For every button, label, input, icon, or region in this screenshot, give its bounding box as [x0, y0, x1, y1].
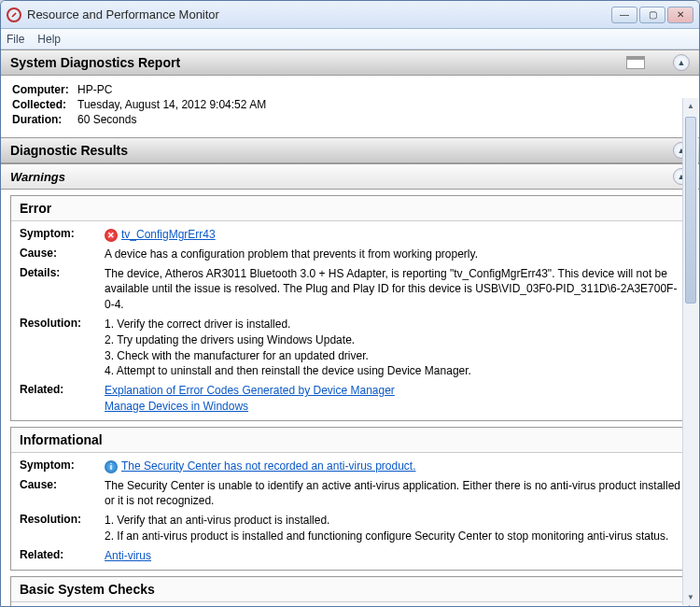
value-collected: Tuesday, August 14, 2012 9:04:52 AM	[77, 98, 688, 111]
label-related: Related:	[20, 383, 99, 396]
label-details: Details:	[20, 266, 99, 279]
basic-checks-panel: Basic System Checks Tests Result Descrip…	[10, 576, 690, 606]
error-icon: ✕	[105, 229, 118, 242]
error-panel: Error Symptom: ✕tv_ConfigMgrErr43 Cause:…	[10, 195, 690, 421]
menu-file[interactable]: File	[7, 33, 24, 46]
app-icon	[7, 7, 21, 22]
content-area: System Diagnostics Report ▲ Computer:HP-…	[1, 49, 699, 606]
label-symptom: Symptom:	[20, 459, 99, 472]
scroll-up-icon[interactable]: ▲	[683, 98, 698, 114]
value-duration: 60 Seconds	[77, 113, 688, 126]
label-symptom: Symptom:	[20, 227, 99, 240]
section-title: Warnings	[10, 170, 65, 184]
resolution-step: 4. Attempt to uninstall and then reinsta…	[105, 363, 680, 379]
report-meta: Computer:HP-PC Collected:Tuesday, August…	[1, 76, 699, 137]
scroll-down-icon[interactable]: ▼	[683, 589, 698, 605]
link-related[interactable]: Explanation of Error Codes Generated by …	[105, 384, 395, 397]
info-icon: i	[105, 460, 118, 473]
section-title: Diagnostic Results	[10, 143, 128, 158]
value-cause: A device has a configuration problem tha…	[105, 247, 680, 262]
link-related[interactable]: Manage Devices in Windows	[105, 400, 248, 413]
section-system-diagnostics[interactable]: System Diagnostics Report ▲	[1, 49, 699, 76]
resolution-step: 3. Check with the manufacturer for an up…	[105, 348, 680, 364]
scroll-thumb[interactable]	[685, 117, 696, 304]
collapse-icon[interactable]: ▲	[673, 54, 690, 71]
window-title: Resource and Performance Monitor	[27, 7, 611, 21]
label-collected: Collected:	[12, 98, 77, 111]
label-resolution: Resolution:	[20, 317, 99, 330]
maximize-button[interactable]: ▢	[639, 7, 665, 23]
label-resolution: Resolution:	[20, 513, 99, 526]
minimize-button[interactable]: —	[611, 7, 637, 23]
value-cause: The Security Center is unable to identif…	[105, 478, 680, 510]
link-symptom[interactable]: The Security Center has not recorded an …	[121, 459, 416, 473]
label-cause: Cause:	[20, 247, 99, 260]
value-computer: HP-PC	[77, 83, 688, 96]
section-title: System Diagnostics Report	[10, 55, 180, 70]
resolution-step: 1. Verify that an anti-virus product is …	[105, 513, 680, 529]
link-related[interactable]: Anti-virus	[105, 549, 151, 562]
menu-help[interactable]: Help	[37, 33, 61, 46]
panel-title-checks: Basic System Checks	[11, 577, 689, 602]
app-window: Resource and Performance Monitor — ▢ ✕ F…	[0, 0, 700, 607]
informational-panel: Informational Symptom: iThe Security Cen…	[10, 427, 690, 571]
resolution-step: 2. Try updating the drivers using Window…	[105, 332, 680, 348]
label-related: Related:	[20, 548, 99, 561]
resolution-step: 1. Verify the correct driver is installe…	[105, 317, 680, 332]
panel-title-error: Error	[11, 196, 689, 221]
section-diagnostic-results[interactable]: Diagnostic Results ▲	[1, 137, 699, 163]
vertical-scrollbar[interactable]: ▲ ▼	[682, 98, 698, 605]
resolution-step: 2. If an anti-virus product is installed…	[105, 529, 680, 544]
link-symptom[interactable]: tv_ConfigMgrErr43	[121, 228, 216, 241]
titlebar[interactable]: Resource and Performance Monitor — ▢ ✕	[1, 1, 699, 29]
section-warnings[interactable]: Warnings ▲	[1, 163, 699, 190]
panel-title-info: Informational	[11, 428, 689, 453]
label-computer: Computer:	[12, 83, 77, 96]
label-duration: Duration:	[12, 113, 77, 126]
label-cause: Cause:	[20, 478, 99, 491]
close-button[interactable]: ✕	[667, 7, 693, 23]
value-details: The device, Atheros AR3011 Bluetooth 3.0…	[105, 266, 680, 313]
menu-bar: File Help	[1, 29, 699, 49]
calendar-icon[interactable]	[626, 56, 645, 69]
